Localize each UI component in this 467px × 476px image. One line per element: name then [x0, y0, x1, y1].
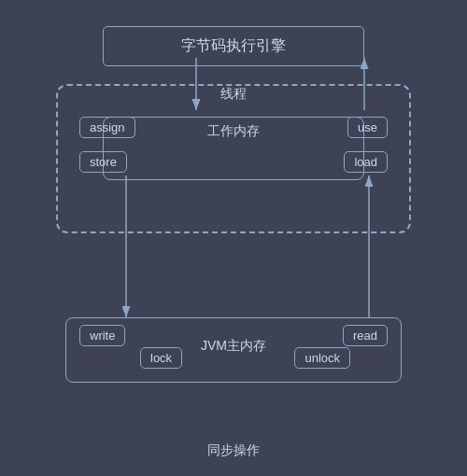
jvm-label: JVM主内存: [201, 338, 266, 355]
bytecode-box: 字节码执行引擎: [103, 26, 364, 66]
unlock-box: unlock: [294, 347, 350, 369]
thread-label: 线程: [220, 86, 247, 103]
sync-label: 同步操作: [207, 442, 260, 459]
write-box: write: [79, 325, 125, 346]
diagram: 字节码执行引擎 线程 工作内存 assign use store load JV…: [19, 9, 448, 467]
work-memory-label: 工作内存: [207, 123, 260, 140]
load-box: load: [344, 151, 388, 173]
use-box: use: [347, 117, 388, 138]
bytecode-label: 字节码执行引擎: [181, 37, 286, 53]
assign-box: assign: [79, 117, 135, 138]
read-box: read: [343, 325, 388, 346]
lock-box: lock: [140, 347, 182, 369]
store-box: store: [79, 151, 127, 173]
